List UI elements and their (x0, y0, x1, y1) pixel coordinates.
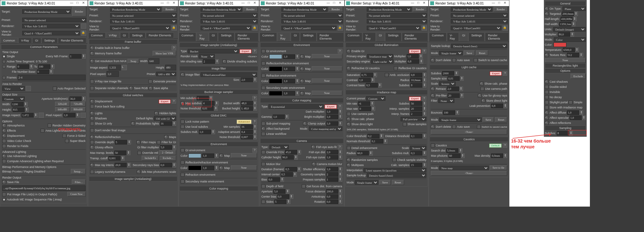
if-check[interactable] (181, 73, 185, 77)
dss-check[interactable] (223, 60, 226, 63)
pa-input[interactable] (63, 113, 76, 117)
rm-select[interactable]: None (199, 54, 215, 59)
single-radio[interactable] (2, 55, 6, 58)
msr-input[interactable] (203, 59, 215, 64)
srgb-check[interactable] (129, 86, 133, 90)
gs-header[interactable]: Global switches (89, 93, 177, 98)
gie-color[interactable] (188, 153, 201, 158)
nthr-input[interactable] (241, 135, 253, 139)
target-select[interactable]: Production Rendering Mode (110, 7, 161, 12)
mri-check[interactable] (90, 163, 94, 167)
tc-input[interactable] (109, 156, 121, 161)
ias-input[interactable] (109, 65, 121, 70)
fb-width[interactable] (148, 58, 159, 64)
vtr-select[interactable]: Quad 4 - VRayCam001 (110, 26, 170, 30)
bis-header[interactable]: Bucket image sampler (179, 89, 258, 95)
path-input[interactable] (2, 185, 86, 191)
calr-check[interactable] (2, 159, 6, 163)
renderer-lock-icon[interactable] (81, 23, 86, 29)
advanced-button[interactable]: Advanced (237, 120, 251, 124)
tab-settings[interactable]: Settings (129, 32, 146, 38)
ats-radio[interactable] (2, 60, 6, 63)
sa-check[interactable] (149, 86, 153, 90)
help-icon[interactable]: ? (172, 46, 176, 50)
os-select[interactable]: Custom (2, 97, 25, 101)
pl-input[interactable] (160, 121, 172, 126)
gp-check[interactable] (148, 79, 152, 83)
max-icon[interactable]: □ (165, 1, 171, 5)
bh-input[interactable] (241, 106, 253, 111)
close-icon[interactable]: ✕ (80, 1, 86, 5)
ex-button[interactable]: Exclude... (160, 156, 176, 161)
grm-check[interactable] (90, 59, 94, 63)
setup-button[interactable]: Setup... (71, 169, 85, 174)
lnp-check[interactable] (181, 120, 185, 124)
shadows-check[interactable] (90, 116, 94, 120)
gie-check[interactable] (181, 148, 185, 152)
src-check[interactable] (90, 86, 94, 90)
expert-button[interactable]: Expert (240, 49, 251, 53)
3ds-check[interactable] (137, 170, 141, 174)
ia-input[interactable] (22, 113, 34, 117)
gfm-input[interactable] (160, 145, 172, 150)
uls-check[interactable] (181, 125, 185, 129)
sm-input[interactable] (199, 130, 211, 134)
fb-height[interactable] (165, 65, 176, 70)
lock2-icon[interactable]: L (122, 65, 127, 70)
nt-input[interactable] (202, 106, 214, 111)
light-color[interactable] (554, 42, 566, 47)
type-select[interactable]: Bucket (188, 49, 238, 53)
region-icon[interactable] (26, 86, 31, 91)
preset-640[interactable]: 640x480 (55, 107, 70, 112)
ie-button[interactable]: Include/Ex (142, 156, 159, 161)
preset-720[interactable]: 720x486 (71, 102, 86, 107)
isa-header[interactable]: Image sampler (Antialiasing) (89, 176, 177, 181)
minimize-icon[interactable]: — (69, 1, 75, 5)
dl-select[interactable]: Off with GI (154, 116, 176, 121)
f2s-check[interactable] (62, 134, 66, 138)
ual-check[interactable] (2, 154, 6, 158)
help-icon[interactable]: ? (172, 99, 176, 104)
preset-800[interactable]: 800x600 (71, 107, 86, 112)
tab-re[interactable]: Render Elements (146, 32, 174, 38)
expert-button[interactable]: Expert (159, 99, 171, 104)
aw-input[interactable] (70, 97, 82, 101)
sgo-check[interactable] (90, 122, 94, 125)
tab-common[interactable]: Common (0, 38, 18, 43)
mtl-input[interactable] (114, 151, 127, 155)
fm-check[interactable] (137, 140, 140, 144)
od-check[interactable] (90, 140, 94, 144)
fbfc-check[interactable] (90, 105, 94, 108)
close-icon[interactable]: ✕ (171, 1, 177, 5)
tab-re[interactable]: Render Elements (58, 38, 86, 43)
bw-input[interactable] (241, 101, 253, 106)
mfb-check[interactable] (90, 51, 94, 55)
rr-check[interactable] (90, 135, 94, 139)
pam-input[interactable] (107, 71, 119, 77)
width-input[interactable] (12, 102, 24, 107)
render-button[interactable]: Render (163, 7, 177, 12)
preset-320[interactable]: 320x240 (55, 102, 70, 107)
vtr-lock-icon[interactable]: 🔒 (81, 31, 86, 36)
ame-radio[interactable] (2, 198, 6, 201)
fnb-input[interactable] (37, 70, 49, 74)
atr-select[interactable]: View (2, 86, 25, 91)
vri-check[interactable] (90, 79, 94, 83)
files-button[interactable]: Files... (72, 180, 85, 185)
renderer-select[interactable]: V-Ray Adv 3.40.01 (110, 19, 177, 23)
atm-check[interactable] (2, 124, 6, 127)
om-button[interactable]: 2 - Default (159, 150, 176, 155)
renderer-select[interactable]: V-Ray Adv 3.40.01 (22, 24, 80, 28)
drfi-check[interactable] (90, 128, 94, 132)
slv-button[interactable]: Show last VFB (153, 51, 176, 56)
minsamp-input[interactable] (241, 125, 253, 129)
gie-map[interactable]: None (231, 153, 257, 158)
sb-check[interactable] (65, 139, 69, 143)
swap-button[interactable]: Swap (128, 59, 139, 64)
mri-input[interactable] (115, 163, 127, 167)
target-select[interactable]: Production Rendering Mode (22, 9, 71, 14)
subdivs-input[interactable] (557, 131, 569, 135)
tab-gi[interactable]: GI (120, 32, 129, 38)
frames-radio[interactable] (2, 76, 6, 79)
disp-check[interactable] (2, 134, 6, 138)
